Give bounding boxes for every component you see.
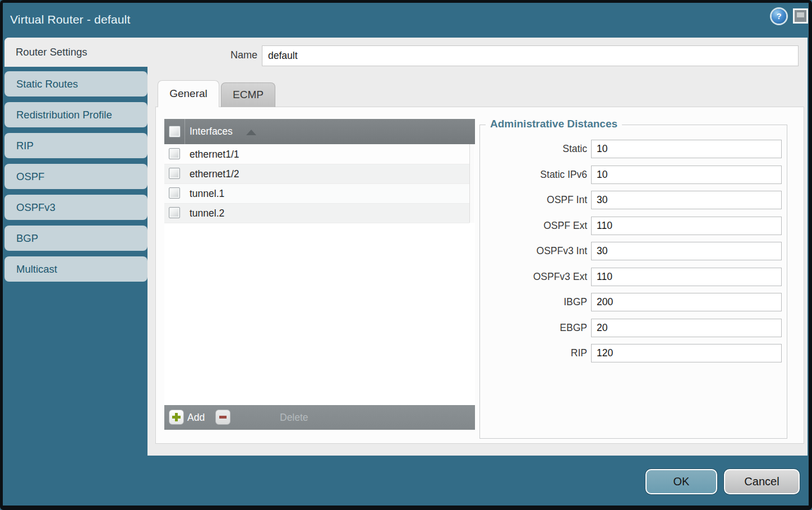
row-checkbox[interactable] (169, 148, 180, 159)
window-restore-inner (797, 12, 804, 17)
table-footer-bar: Add Delete (164, 405, 475, 430)
name-input[interactable] (262, 45, 799, 66)
sort-ascending-icon (246, 130, 256, 135)
sidebar-item-rip[interactable]: RIP (4, 133, 147, 158)
sidebar-item-multicast[interactable]: Multicast (4, 256, 147, 282)
delete-minus-icon (215, 410, 230, 425)
dialog-title: Virtual Router - default (10, 3, 131, 36)
interface-name: tunnel.2 (190, 204, 224, 223)
ospfv3-ext-input[interactable] (591, 268, 782, 286)
help-icon[interactable]: ? (772, 9, 786, 24)
ospf-int-input[interactable] (591, 191, 782, 209)
ok-button[interactable]: OK (645, 469, 717, 494)
table-row[interactable]: ethernet1/2 (164, 164, 469, 184)
fieldset-legend: Administrative Distances (486, 118, 622, 130)
interfaces-table: Interfaces ethernet1/1 ethernet1/2 tunne… (164, 119, 475, 430)
sidebar-item-ospf[interactable]: OSPF (4, 164, 147, 189)
sidebar-item-ospfv3[interactable]: OSPFv3 (4, 195, 147, 220)
name-label: Name (185, 49, 257, 61)
sidebar-item-bgp[interactable]: BGP (4, 226, 147, 251)
add-plus-icon (169, 410, 184, 425)
static-ipv6-label: Static IPv6 (480, 166, 587, 184)
table-row[interactable]: ethernet1/1 (164, 145, 469, 164)
select-all-checkbox[interactable] (169, 126, 181, 137)
ospf-ext-label: OSPF Ext (480, 217, 587, 235)
static-label: Static (480, 140, 587, 158)
row-checkbox[interactable] (169, 187, 180, 199)
static-ipv6-input[interactable] (591, 166, 782, 184)
ospfv3-ext-label: OSPFv3 Ext (480, 268, 587, 286)
interfaces-header-label: Interfaces (190, 119, 233, 144)
ebgp-input[interactable] (591, 319, 782, 337)
window-restore-icon[interactable] (793, 8, 808, 24)
virtual-router-dialog: Virtual Router - default ? Router Settin… (0, 0, 812, 510)
ospf-ext-input[interactable] (591, 217, 782, 235)
tab-ecmp[interactable]: ECMP (221, 82, 275, 107)
tab-general[interactable]: General (158, 80, 219, 107)
ospfv3-int-input[interactable] (591, 242, 782, 260)
sidebar-item-static-routes[interactable]: Static Routes (4, 71, 147, 97)
ebgp-label: EBGP (480, 319, 587, 337)
sidebar-item-redistribution-profile[interactable]: Redistribution Profile (4, 102, 147, 127)
static-input[interactable] (591, 140, 782, 158)
interface-name: tunnel.1 (190, 184, 224, 203)
delete-button-label: Delete (280, 405, 308, 430)
interface-name: ethernet1/1 (190, 145, 239, 164)
ospfv3-int-label: OSPFv3 Int (480, 242, 587, 260)
ibgp-label: IBGP (480, 293, 587, 311)
table-row[interactable]: tunnel.1 (164, 184, 469, 204)
table-scrollbar[interactable] (469, 144, 474, 223)
table-row[interactable]: tunnel.2 (164, 204, 469, 223)
sidebar-item-router-settings[interactable]: Router Settings (4, 38, 147, 67)
sidebar: Static Routes Redistribution Profile RIP… (4, 67, 147, 456)
add-button-label: Add (187, 405, 205, 430)
rip-input[interactable] (591, 344, 782, 362)
rip-label: RIP (480, 344, 587, 362)
row-checkbox[interactable] (169, 168, 180, 179)
interfaces-table-body: ethernet1/1 ethernet1/2 tunnel.1 tunnel.… (164, 144, 475, 405)
delete-button[interactable]: Delete (211, 405, 273, 430)
add-button[interactable]: Add (164, 405, 212, 430)
ibgp-input[interactable] (591, 293, 782, 311)
interface-name: ethernet1/2 (190, 164, 239, 183)
header-column-divider (184, 119, 185, 144)
cancel-button[interactable]: Cancel (724, 469, 800, 494)
administrative-distances-fieldset: Administrative Distances Static Static I… (479, 125, 787, 439)
ospf-int-label: OSPF Int (480, 191, 587, 209)
interfaces-column-header[interactable]: Interfaces (164, 119, 475, 144)
row-checkbox[interactable] (169, 207, 180, 218)
